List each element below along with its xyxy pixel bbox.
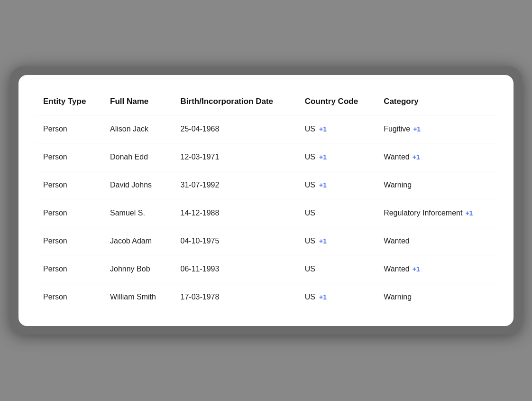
cell-category: Warning (376, 283, 496, 311)
cell-entity-type: Person (36, 171, 102, 199)
category-value: Wanted (384, 153, 410, 161)
cell-category: Wanted+1 (376, 255, 496, 283)
cell-full-name: Alison Jack (102, 115, 173, 143)
cell-entity-type: Person (36, 227, 102, 255)
country-code-value: US (305, 237, 315, 245)
cell-full-name: Donah Edd (102, 143, 173, 171)
cell-entity-type: Person (36, 283, 102, 311)
category-plus-badge: +1 (465, 209, 473, 217)
table-row: PersonSamuel S.14-12-1988USRegulatory In… (36, 199, 496, 227)
cell-entity-type: Person (36, 199, 102, 227)
cell-full-name: William Smith (102, 283, 173, 311)
cell-birth-date: 17-03-1978 (173, 283, 297, 311)
cell-category: Regulatory Inforcement+1 (376, 199, 496, 227)
category-value: Regulatory Inforcement (384, 209, 462, 217)
cell-country-code: US+1 (297, 171, 376, 199)
country-code-value: US (305, 125, 315, 133)
country-plus-badge: +1 (319, 181, 327, 189)
table-row: PersonWilliam Smith17-03-1978US+1Warning (36, 283, 496, 311)
country-code-value: US (305, 293, 315, 301)
cell-category: Wanted+1 (376, 143, 496, 171)
category-value: Wanted (384, 265, 410, 273)
table-row: PersonJohnny Bob06-11-1993USWanted+1 (36, 255, 496, 283)
col-header-country-code: Country Code (297, 90, 376, 115)
country-code-value: US (305, 209, 315, 217)
col-header-category: Category (376, 90, 496, 115)
table-row: PersonDonah Edd12-03-1971US+1Wanted+1 (36, 143, 496, 171)
country-plus-badge: +1 (319, 125, 327, 133)
card: Entity Type Full Name Birth/Incorporatio… (18, 75, 514, 326)
cell-birth-date: 25-04-1968 (173, 115, 297, 143)
table-row: PersonAlison Jack25-04-1968US+1Fugitive+… (36, 115, 496, 143)
country-plus-badge: +1 (319, 153, 327, 161)
table-header-row: Entity Type Full Name Birth/Incorporatio… (36, 90, 496, 115)
cell-entity-type: Person (36, 143, 102, 171)
cell-country-code: US+1 (297, 283, 376, 311)
table-row: PersonDavid Johns31-07-1992US+1Warning (36, 171, 496, 199)
category-plus-badge: +1 (413, 265, 420, 273)
cell-country-code: US+1 (297, 115, 376, 143)
cell-birth-date: 31-07-1992 (173, 171, 297, 199)
cell-country-code: US (297, 255, 376, 283)
category-plus-badge: +1 (413, 153, 420, 161)
cell-entity-type: Person (36, 115, 102, 143)
cell-birth-date: 04-10-1975 (173, 227, 297, 255)
country-plus-badge: +1 (319, 237, 327, 245)
cell-category: Wanted (376, 227, 496, 255)
cell-country-code: US+1 (297, 143, 376, 171)
country-code-value: US (305, 265, 315, 273)
country-plus-badge: +1 (319, 293, 327, 301)
category-value: Warning (384, 293, 412, 301)
cell-birth-date: 12-03-1971 (173, 143, 297, 171)
cell-category: Fugitive+1 (376, 115, 496, 143)
cell-full-name: David Johns (102, 171, 173, 199)
outer-frame: Entity Type Full Name Birth/Incorporatio… (10, 66, 522, 335)
cell-full-name: Samuel S. (102, 199, 173, 227)
cell-birth-date: 06-11-1993 (173, 255, 297, 283)
cell-entity-type: Person (36, 255, 102, 283)
category-value: Fugitive (384, 125, 410, 133)
cell-full-name: Jacob Adam (102, 227, 173, 255)
country-code-value: US (305, 153, 315, 161)
category-value: Warning (384, 181, 412, 189)
category-plus-badge: +1 (413, 125, 421, 133)
cell-category: Warning (376, 171, 496, 199)
col-header-birth-date: Birth/Incorporation Date (173, 90, 297, 115)
country-code-value: US (305, 181, 315, 189)
col-header-entity-type: Entity Type (36, 90, 102, 115)
col-header-full-name: Full Name (102, 90, 173, 115)
cell-full-name: Johnny Bob (102, 255, 173, 283)
cell-country-code: US+1 (297, 227, 376, 255)
cell-country-code: US (297, 199, 376, 227)
cell-birth-date: 14-12-1988 (173, 199, 297, 227)
table-row: PersonJacob Adam04-10-1975US+1Wanted (36, 227, 496, 255)
category-value: Wanted (384, 237, 410, 245)
data-table: Entity Type Full Name Birth/Incorporatio… (36, 90, 496, 311)
